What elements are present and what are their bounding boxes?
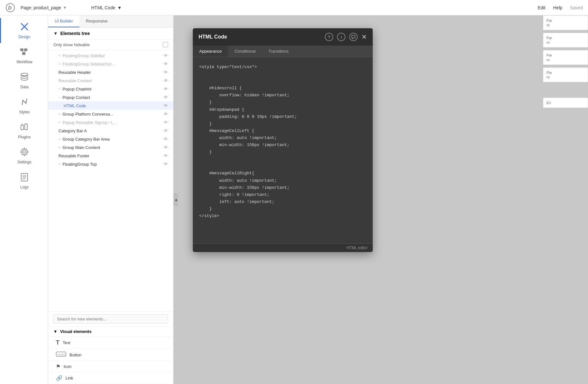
tab-responsive[interactable]: Responsive bbox=[79, 15, 114, 27]
design-icon bbox=[20, 22, 29, 33]
icon-icon: ⚑ bbox=[56, 363, 60, 370]
sidebar-item-design[interactable]: Design bbox=[0, 18, 48, 43]
ve-header-label: Visual elements bbox=[60, 329, 92, 334]
help-button[interactable]: Help bbox=[553, 5, 563, 10]
sidebar-item-logs[interactable]: Logs bbox=[0, 168, 48, 193]
design-label: Design bbox=[18, 35, 30, 39]
modal-content[interactable]: <style type="text/css"> #hidescroll { ov… bbox=[193, 57, 373, 243]
item-label: FloatingGroup SideBar bbox=[62, 53, 105, 58]
tree-item-reusable-contact[interactable]: Reusable Contact 👁 bbox=[48, 76, 173, 85]
visibility-icon[interactable]: 👁 bbox=[164, 145, 168, 150]
tree-item-floating-top[interactable]: + FloatingGroup Top 👁 bbox=[48, 160, 173, 168]
panel-tabs: UI Builder Responsive bbox=[48, 15, 173, 28]
tab-ui-builder[interactable]: UI Builder bbox=[48, 15, 79, 27]
modal-tab-transitions[interactable]: Transitions bbox=[262, 46, 295, 57]
visibility-icon[interactable]: 👁 bbox=[164, 53, 168, 58]
item-label: Group Category Bar Area bbox=[62, 137, 110, 142]
tree-item-floating-sidebarout[interactable]: + FloatingGroup SidebarOut... 👁 bbox=[48, 60, 173, 68]
modal-tab-appearance[interactable]: Appearance bbox=[193, 46, 228, 57]
center-chevron: ▼ bbox=[117, 5, 122, 10]
ve-item-link[interactable]: 🔗 Link bbox=[48, 372, 173, 384]
preview-card-4: En bbox=[543, 98, 588, 108]
footer-label: HTML editor bbox=[346, 246, 368, 250]
tree-item-popup-signup[interactable]: + Popup Reusable Signup / L... 👁 bbox=[48, 118, 173, 127]
visibility-icon[interactable]: 👁 bbox=[164, 153, 168, 158]
plus-icon: + bbox=[58, 54, 60, 57]
card-text-2: Parro bbox=[547, 53, 552, 62]
visibility-icon[interactable]: 👁 bbox=[164, 70, 168, 75]
modal-close-button[interactable]: ✕ bbox=[361, 33, 367, 41]
tree-collapse-arrow[interactable]: ▼ bbox=[53, 31, 58, 36]
only-show-label: Only show hideable bbox=[53, 42, 90, 47]
top-bar: b Page: product_page ▼ HTML Code ▼ Edit … bbox=[0, 0, 588, 15]
collapse-arrow: ◀ bbox=[174, 198, 177, 202]
item-label: Reusable Contact bbox=[58, 78, 92, 83]
item-label: Reusable Header bbox=[58, 70, 91, 75]
tree-item-group-category[interactable]: + Group Category Bar Area 👁 bbox=[48, 135, 173, 143]
tree-item-reusable-header[interactable]: Reusable Header 👁 bbox=[48, 68, 173, 76]
elements-tree-header: ▼ Elements tree bbox=[48, 28, 173, 39]
help-icon[interactable]: ? bbox=[325, 33, 333, 41]
modal-tab-conditional[interactable]: Conditional bbox=[228, 46, 262, 57]
visibility-icon[interactable]: 👁 bbox=[164, 111, 168, 117]
page-selector[interactable]: Page: product_page ▼ bbox=[21, 5, 67, 10]
visibility-icon[interactable]: 👁 bbox=[164, 103, 168, 108]
tree-item-reusable-footer[interactable]: Reusable Footer 👁 bbox=[48, 152, 173, 160]
visual-elements-header: ▼ Visual elements bbox=[48, 327, 173, 337]
visibility-icon[interactable]: 👁 bbox=[164, 161, 168, 167]
sidebar-item-plugins[interactable]: Plugins bbox=[0, 118, 48, 143]
comment-icon[interactable] bbox=[349, 33, 358, 41]
text-icon: T bbox=[56, 339, 59, 346]
search-input[interactable] bbox=[53, 314, 168, 324]
info-icon[interactable]: i bbox=[337, 33, 345, 41]
item-label: FloatingGroup Top bbox=[62, 162, 97, 167]
tree-item-html-code[interactable]: HTML Code 👁 bbox=[48, 101, 173, 110]
item-label: FloatingGroup SidebarOut... bbox=[62, 62, 115, 66]
plugins-label: Plugins bbox=[18, 135, 31, 139]
icon-sidebar: Design Workflow bbox=[0, 15, 48, 384]
sidebar-item-workflow[interactable]: Workflow bbox=[0, 43, 48, 68]
code-editor[interactable]: <style type="text/css"> #hidescroll { ov… bbox=[199, 64, 366, 220]
sidebar-item-data[interactable]: Data bbox=[0, 68, 48, 93]
item-label: Popup Chat### bbox=[62, 87, 91, 92]
visibility-icon[interactable]: 👁 bbox=[164, 136, 168, 142]
tree-item-popup-contact[interactable]: − Popup Contact 👁 bbox=[48, 93, 173, 101]
plus-icon: + bbox=[58, 87, 60, 91]
tree-item-floating-sidebar[interactable]: + FloatingGroup SideBar 👁 bbox=[48, 51, 173, 60]
ve-label: Icon bbox=[64, 364, 72, 369]
item-label: Popup Reusable Signup / L... bbox=[62, 120, 117, 125]
item-label: Group Main Content bbox=[62, 145, 100, 150]
sidebar-item-styles[interactable]: Styles bbox=[0, 93, 48, 118]
item-label: Reusable Footer bbox=[58, 153, 89, 158]
tree-item-group-main[interactable]: + Group Main Content 👁 bbox=[48, 143, 173, 152]
ve-label: Text bbox=[63, 340, 70, 345]
ve-item-button[interactable]: CLICK Button bbox=[48, 349, 173, 361]
visibility-icon[interactable]: 👁 bbox=[164, 120, 168, 125]
tree-item-group-platform[interactable]: + Group Platform Conversa... 👁 bbox=[48, 110, 173, 118]
plus-icon: + bbox=[58, 62, 60, 66]
plus-icon: + bbox=[58, 137, 60, 141]
preview-card-3: Parro bbox=[543, 67, 588, 82]
svg-line-8 bbox=[24, 51, 26, 52]
visibility-icon[interactable]: 👁 bbox=[164, 95, 168, 100]
item-label: Category Bar A bbox=[58, 128, 87, 133]
visibility-icon[interactable]: 👁 bbox=[164, 61, 168, 66]
visibility-icon[interactable]: 👁 bbox=[164, 78, 168, 83]
ve-label: Button bbox=[69, 353, 82, 357]
only-show-checkbox[interactable] bbox=[163, 42, 168, 47]
ve-item-icon[interactable]: ⚑ Icon bbox=[48, 361, 173, 372]
edit-button[interactable]: Edit bbox=[538, 5, 545, 10]
visibility-icon[interactable]: 👁 bbox=[164, 86, 168, 92]
modal-header: HTML Code ? i ✕ bbox=[193, 28, 373, 46]
collapse-handle[interactable]: ◀ bbox=[174, 193, 178, 206]
svg-rect-11 bbox=[25, 124, 27, 130]
visibility-icon[interactable]: 👁 bbox=[164, 128, 168, 133]
tree-item-category-bar[interactable]: Category Bar A 👁 bbox=[48, 127, 173, 135]
ve-item-text[interactable]: T Text bbox=[48, 337, 173, 349]
svg-rect-15 bbox=[21, 173, 28, 181]
html-code-selector[interactable]: HTML Code ▼ bbox=[91, 5, 122, 10]
tree-item-popup-chat[interactable]: + Popup Chat### 👁 bbox=[48, 85, 173, 93]
svg-rect-6 bbox=[22, 52, 25, 55]
sidebar-item-settings[interactable]: Settings bbox=[0, 143, 48, 168]
tree-header-label: Elements tree bbox=[60, 31, 90, 36]
